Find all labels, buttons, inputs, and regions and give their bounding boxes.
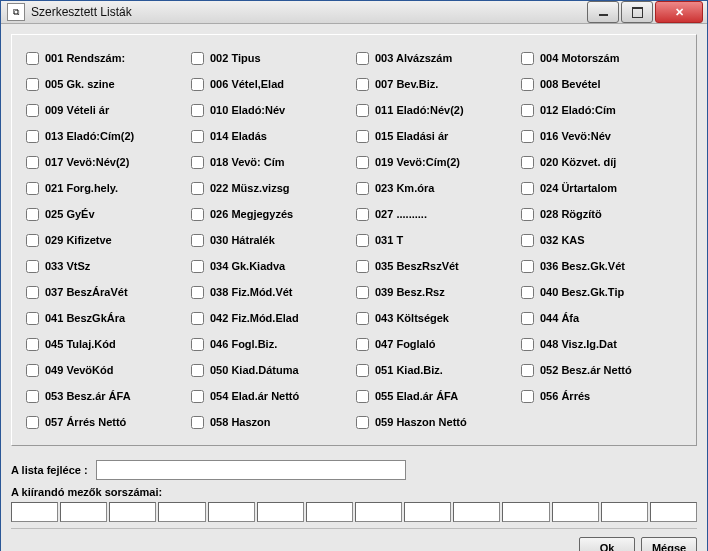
field-number-input[interactable] <box>11 502 58 522</box>
field-item[interactable]: 040 Besz.Gk.Tip <box>519 279 684 305</box>
field-checkbox[interactable] <box>356 416 369 429</box>
field-item[interactable]: 057 Árrés Nettó <box>24 409 189 435</box>
field-item[interactable]: 012 Eladó:Cím <box>519 97 684 123</box>
field-item[interactable]: 002 Tipus <box>189 45 354 71</box>
field-checkbox[interactable] <box>356 156 369 169</box>
field-checkbox[interactable] <box>26 130 39 143</box>
field-checkbox[interactable] <box>191 130 204 143</box>
field-item[interactable]: 006 Vétel,Elad <box>189 71 354 97</box>
field-checkbox[interactable] <box>356 78 369 91</box>
field-checkbox[interactable] <box>191 156 204 169</box>
field-checkbox[interactable] <box>26 52 39 65</box>
field-item[interactable]: 038 Fiz.Mód.Vét <box>189 279 354 305</box>
field-checkbox[interactable] <box>191 390 204 403</box>
field-checkbox[interactable] <box>191 208 204 221</box>
field-checkbox[interactable] <box>191 234 204 247</box>
cancel-button[interactable]: Mégse <box>641 537 697 551</box>
field-item[interactable]: 028 Rögzítö <box>519 201 684 227</box>
field-item[interactable]: 005 Gk. szine <box>24 71 189 97</box>
field-number-input[interactable] <box>109 502 156 522</box>
field-checkbox[interactable] <box>26 156 39 169</box>
field-checkbox[interactable] <box>521 104 534 117</box>
field-checkbox[interactable] <box>26 260 39 273</box>
field-item[interactable]: 019 Vevö:Cím(2) <box>354 149 519 175</box>
field-item[interactable]: 055 Elad.ár ÁFA <box>354 383 519 409</box>
field-number-input[interactable] <box>208 502 255 522</box>
field-item[interactable]: 016 Vevö:Név <box>519 123 684 149</box>
field-item[interactable]: 001 Rendszám: <box>24 45 189 71</box>
field-checkbox[interactable] <box>26 364 39 377</box>
field-item[interactable]: 031 T <box>354 227 519 253</box>
field-checkbox[interactable] <box>191 182 204 195</box>
field-checkbox[interactable] <box>191 78 204 91</box>
field-checkbox[interactable] <box>521 312 534 325</box>
field-checkbox[interactable] <box>356 286 369 299</box>
field-checkbox[interactable] <box>521 208 534 221</box>
field-item[interactable]: 051 Kiad.Biz. <box>354 357 519 383</box>
field-item[interactable]: 030 Hátralék <box>189 227 354 253</box>
field-item[interactable]: 048 Visz.Ig.Dat <box>519 331 684 357</box>
field-item[interactable]: 004 Motorszám <box>519 45 684 71</box>
field-item[interactable]: 032 KAS <box>519 227 684 253</box>
field-item[interactable]: 046 Fogl.Biz. <box>189 331 354 357</box>
field-item[interactable]: 056 Árrés <box>519 383 684 409</box>
field-item[interactable]: 042 Fiz.Mód.Elad <box>189 305 354 331</box>
field-checkbox[interactable] <box>191 52 204 65</box>
field-item[interactable]: 007 Bev.Biz. <box>354 71 519 97</box>
field-item[interactable]: 013 Eladó:Cím(2) <box>24 123 189 149</box>
field-checkbox[interactable] <box>521 286 534 299</box>
field-item[interactable]: 024 Ürtartalom <box>519 175 684 201</box>
field-checkbox[interactable] <box>521 78 534 91</box>
field-checkbox[interactable] <box>356 312 369 325</box>
field-checkbox[interactable] <box>356 260 369 273</box>
field-item[interactable]: 050 Kiad.Dátuma <box>189 357 354 383</box>
list-header-input[interactable] <box>96 460 406 480</box>
field-number-input[interactable] <box>453 502 500 522</box>
field-number-input[interactable] <box>502 502 549 522</box>
field-checkbox[interactable] <box>521 338 534 351</box>
field-number-input[interactable] <box>650 502 697 522</box>
field-item[interactable]: 029 Kifizetve <box>24 227 189 253</box>
field-item[interactable]: 045 Tulaj.Kód <box>24 331 189 357</box>
field-item[interactable]: 039 Besz.Rsz <box>354 279 519 305</box>
field-checkbox[interactable] <box>356 234 369 247</box>
field-checkbox[interactable] <box>356 182 369 195</box>
field-checkbox[interactable] <box>26 338 39 351</box>
field-checkbox[interactable] <box>191 312 204 325</box>
field-item[interactable]: 009 Vételi ár <box>24 97 189 123</box>
field-checkbox[interactable] <box>521 156 534 169</box>
field-checkbox[interactable] <box>356 390 369 403</box>
field-item[interactable]: 052 Besz.ár Nettó <box>519 357 684 383</box>
field-item[interactable]: 014 Eladás <box>189 123 354 149</box>
field-checkbox[interactable] <box>191 286 204 299</box>
field-item[interactable]: 017 Vevö:Név(2) <box>24 149 189 175</box>
field-checkbox[interactable] <box>521 130 534 143</box>
field-item[interactable]: 027 .......... <box>354 201 519 227</box>
field-checkbox[interactable] <box>356 104 369 117</box>
field-item[interactable]: 058 Haszon <box>189 409 354 435</box>
field-item[interactable]: 047 Foglaló <box>354 331 519 357</box>
field-item[interactable]: 008 Bevétel <box>519 71 684 97</box>
field-checkbox[interactable] <box>26 182 39 195</box>
field-checkbox[interactable] <box>356 130 369 143</box>
field-item[interactable]: 049 VevöKód <box>24 357 189 383</box>
field-item[interactable]: 010 Eladó:Név <box>189 97 354 123</box>
field-item[interactable]: 011 Eladó:Név(2) <box>354 97 519 123</box>
field-number-input[interactable] <box>404 502 451 522</box>
field-number-input[interactable] <box>552 502 599 522</box>
field-checkbox[interactable] <box>356 364 369 377</box>
field-item[interactable]: 022 Müsz.vizsg <box>189 175 354 201</box>
field-checkbox[interactable] <box>26 312 39 325</box>
field-item[interactable]: 020 Közvet. díj <box>519 149 684 175</box>
field-item[interactable]: 021 Forg.hely. <box>24 175 189 201</box>
close-button[interactable]: ✕ <box>655 1 703 23</box>
field-checkbox[interactable] <box>26 78 39 91</box>
field-item[interactable]: 025 GyÉv <box>24 201 189 227</box>
field-item[interactable]: 033 VtSz <box>24 253 189 279</box>
field-checkbox[interactable] <box>26 234 39 247</box>
field-checkbox[interactable] <box>356 208 369 221</box>
minimize-button[interactable] <box>587 1 619 23</box>
field-item[interactable]: 054 Elad.ár Nettó <box>189 383 354 409</box>
field-checkbox[interactable] <box>191 104 204 117</box>
ok-button[interactable]: Ok <box>579 537 635 551</box>
